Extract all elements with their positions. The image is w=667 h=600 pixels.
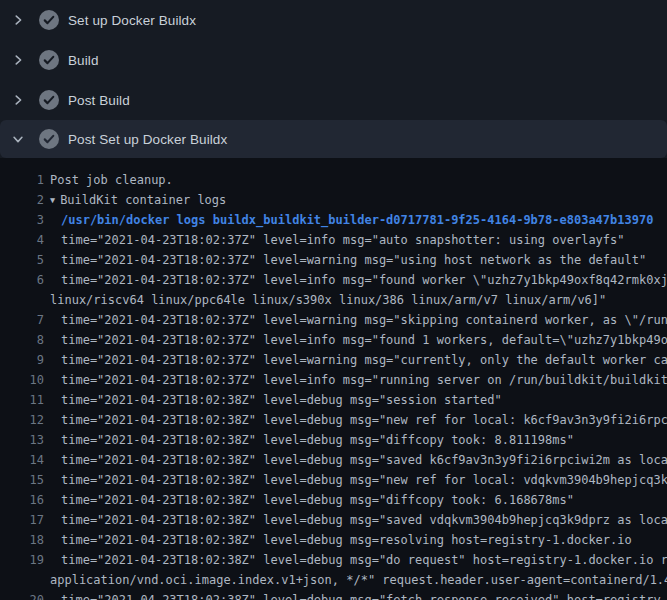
step-row-set-up-docker-buildx[interactable]: Set up Docker Buildx <box>0 0 667 40</box>
log-line-number[interactable]: 13 <box>0 430 44 450</box>
log-lines: 1Post job cleanup.2▼BuildKit container l… <box>0 170 667 600</box>
log-line-text: time="2021-04-23T18:02:37Z" level=info m… <box>61 270 667 290</box>
log-line: 3/usr/bin/docker logs buildx_buildkit_bu… <box>0 210 667 230</box>
log-line: linux/riscv64 linux/ppc64le linux/s390x … <box>0 290 667 310</box>
step-row-build[interactable]: Build <box>0 40 667 80</box>
log-line-text: linux/riscv64 linux/ppc64le linux/s390x … <box>50 290 606 310</box>
step-row-post-set-up-docker-buildx[interactable]: Post Set up Docker Buildx <box>0 120 667 158</box>
log-line-text: time="2021-04-23T18:02:38Z" level=debug … <box>61 510 667 530</box>
log-line: application/vnd.oci.image.index.v1+json,… <box>0 570 667 590</box>
log-line-number[interactable]: 1 <box>0 170 44 190</box>
log-line-number[interactable]: 12 <box>0 410 44 430</box>
log-line: 10time="2021-04-23T18:02:37Z" level=info… <box>0 370 667 390</box>
log-line-number[interactable]: 5 <box>0 250 44 270</box>
log-line-text: ▼BuildKit container logs <box>50 190 226 210</box>
log-line-text: Post job cleanup. <box>50 170 173 190</box>
log-line-number[interactable]: 20 <box>0 590 44 600</box>
log-line: 2▼BuildKit container logs <box>0 190 667 210</box>
log-line: 7time="2021-04-23T18:02:37Z" level=warni… <box>0 310 667 330</box>
log-line: 14time="2021-04-23T18:02:38Z" level=debu… <box>0 450 667 470</box>
log-command-text: /usr/bin/docker logs buildx_buildkit_bui… <box>61 210 653 230</box>
steps-list: Set up Docker Buildx Build Post Build Po… <box>0 0 667 158</box>
log-line: 5time="2021-04-23T18:02:37Z" level=warni… <box>0 250 667 270</box>
log-line: 8time="2021-04-23T18:02:37Z" level=info … <box>0 330 667 350</box>
log-line-text: time="2021-04-23T18:02:38Z" level=debug … <box>61 450 667 470</box>
log-line: 17time="2021-04-23T18:02:38Z" level=debu… <box>0 510 667 530</box>
log-line: 18time="2021-04-23T18:02:38Z" level=debu… <box>0 530 667 550</box>
log-line-text: time="2021-04-23T18:02:38Z" level=debug … <box>61 470 667 490</box>
log-line: 15time="2021-04-23T18:02:38Z" level=debu… <box>0 470 667 490</box>
log-line-number[interactable]: 19 <box>0 550 44 570</box>
log-line-text: time="2021-04-23T18:02:38Z" level=debug … <box>61 590 667 600</box>
chevron-down-icon <box>11 132 25 146</box>
step-label: Post Set up Docker Buildx <box>68 132 227 147</box>
log-line-number[interactable]: 15 <box>0 470 44 490</box>
log-line-text: time="2021-04-23T18:02:37Z" level=info m… <box>61 230 625 250</box>
log-line-number[interactable]: 17 <box>0 510 44 530</box>
step-row-post-build[interactable]: Post Build <box>0 80 667 120</box>
log-line-text: time="2021-04-23T18:02:38Z" level=debug … <box>61 550 667 570</box>
log-line-text: time="2021-04-23T18:02:38Z" level=debug … <box>61 390 502 410</box>
log-line: 1Post job cleanup. <box>0 170 667 190</box>
check-circle-icon <box>39 90 59 110</box>
log-line: 20time="2021-04-23T18:02:38Z" level=debu… <box>0 590 667 600</box>
log-line-text: time="2021-04-23T18:02:37Z" level=warnin… <box>61 350 667 370</box>
log-line-text: time="2021-04-23T18:02:38Z" level=debug … <box>61 530 632 550</box>
log-panel: 1Post job cleanup.2▼BuildKit container l… <box>0 158 667 600</box>
log-line-text: time="2021-04-23T18:02:37Z" level=info m… <box>61 330 667 350</box>
step-label: Post Build <box>68 93 130 108</box>
check-circle-icon <box>39 129 59 149</box>
log-line: 6time="2021-04-23T18:02:37Z" level=info … <box>0 270 667 290</box>
log-line-text: time="2021-04-23T18:02:38Z" level=debug … <box>61 410 667 430</box>
chevron-right-icon <box>11 13 25 27</box>
log-line-number[interactable]: 10 <box>0 370 44 390</box>
step-label: Set up Docker Buildx <box>68 13 196 28</box>
log-line: 11time="2021-04-23T18:02:38Z" level=debu… <box>0 390 667 410</box>
log-line-number[interactable]: 9 <box>0 350 44 370</box>
check-circle-icon <box>39 10 59 30</box>
chevron-right-icon <box>11 53 25 67</box>
log-line: 4time="2021-04-23T18:02:37Z" level=info … <box>0 230 667 250</box>
log-line-number[interactable]: 18 <box>0 530 44 550</box>
log-line-text: time="2021-04-23T18:02:38Z" level=debug … <box>61 490 574 510</box>
log-line-number[interactable]: 16 <box>0 490 44 510</box>
log-line: 13time="2021-04-23T18:02:38Z" level=debu… <box>0 430 667 450</box>
log-line-number <box>0 570 44 590</box>
log-line-number[interactable]: 14 <box>0 450 44 470</box>
log-line-text: time="2021-04-23T18:02:37Z" level=info m… <box>61 370 667 390</box>
step-label: Build <box>68 53 99 68</box>
log-line-number[interactable]: 7 <box>0 310 44 330</box>
log-line: 9time="2021-04-23T18:02:37Z" level=warni… <box>0 350 667 370</box>
log-line-text: time="2021-04-23T18:02:37Z" level=warnin… <box>61 310 667 330</box>
log-line-number <box>0 290 44 310</box>
log-line-number[interactable]: 8 <box>0 330 44 350</box>
check-circle-icon <box>39 50 59 70</box>
log-line-text: time="2021-04-23T18:02:38Z" level=debug … <box>61 430 574 450</box>
log-line-number[interactable]: 11 <box>0 390 44 410</box>
log-line: 16time="2021-04-23T18:02:38Z" level=debu… <box>0 490 667 510</box>
log-line: 19time="2021-04-23T18:02:38Z" level=debu… <box>0 550 667 570</box>
log-line-number[interactable]: 4 <box>0 230 44 250</box>
log-line-text: time="2021-04-23T18:02:37Z" level=warnin… <box>61 250 646 270</box>
log-line-number[interactable]: 6 <box>0 270 44 290</box>
log-line-number[interactable]: 3 <box>0 210 44 230</box>
group-collapse-triangle-icon[interactable]: ▼ <box>50 190 55 210</box>
log-line: 12time="2021-04-23T18:02:38Z" level=debu… <box>0 410 667 430</box>
chevron-right-icon <box>11 93 25 107</box>
log-line-number[interactable]: 2 <box>0 190 44 210</box>
log-line-text: application/vnd.oci.image.index.v1+json,… <box>50 570 667 590</box>
